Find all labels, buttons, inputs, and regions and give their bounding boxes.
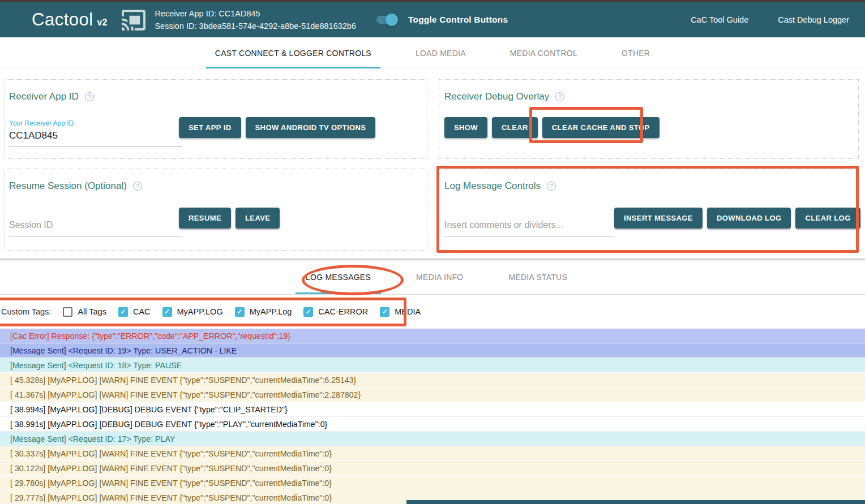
log-message-controls-panel: Log Message Controls INSERT MESSAGE DOWN… (439, 169, 859, 251)
help-icon[interactable] (85, 92, 94, 101)
help-icon[interactable] (133, 182, 142, 191)
chromecast-icon (121, 8, 147, 31)
leave-button[interactable]: LEAVE (235, 208, 280, 229)
clear-overlay-button[interactable]: CLEAR (492, 117, 538, 138)
custom-tags-label: Custom Tags: (1, 307, 51, 316)
tag-cac-error[interactable]: CAC-ERROR (303, 307, 368, 317)
log-message-list: [Cac Error] Response: {"type":"ERROR","c… (0, 329, 865, 504)
receiver-app-id-title: Receiver App ID (9, 91, 79, 102)
session-info: Receiver App ID: CC1AD845 Session ID: 3b… (155, 7, 356, 32)
log-row: [ 29.780s] [MyAPP.LOG] [WARN] FINE EVENT… (0, 476, 865, 490)
app-title: Cactool (32, 10, 93, 30)
resume-session-title: Resume Session (Optional) (9, 180, 127, 192)
session-id-input[interactable] (9, 217, 182, 236)
help-icon[interactable] (555, 92, 564, 101)
myapp-log-checkbox[interactable] (235, 307, 245, 317)
cactool-page: Cactool v2 Receiver App ID: CC1AD845 Ses… (0, 0, 865, 504)
tag-cac[interactable]: CAC (118, 307, 151, 317)
receiver-app-id-text: Receiver App ID: CC1AD845 (155, 7, 356, 20)
clear-cache-and-stop-button[interactable]: CLEAR CACHE AND STOP (542, 117, 660, 138)
main-tab-bar: CAST CONNECT & LOGGER CONTROLS LOAD MEDI… (0, 37, 865, 69)
tag-all-tags[interactable]: All Tags (63, 307, 106, 317)
custom-tags-bar: Custom Tags: All Tags CAC MyAPP.LOG MyAP… (0, 295, 865, 329)
receiver-debug-overlay-panel: Receiver Debug Overlay SHOW CLEAR CLEAR … (439, 79, 859, 159)
myapp-log-upper-checkbox[interactable] (162, 307, 172, 317)
session-id-text: Session ID: 3bdea581-574e-4292-a8be-51de… (155, 20, 356, 32)
insert-message-button[interactable]: INSERT MESSAGE (614, 208, 703, 229)
app-version: v2 (97, 18, 108, 28)
tab-cast-connect-logger-controls[interactable]: CAST CONNECT & LOGGER CONTROLS (206, 37, 380, 68)
tag-myapp-log-upper[interactable]: MyAPP.LOG (162, 307, 223, 317)
log-row: [ 30.337s] [MyAPP.LOG] [WARN] FINE EVENT… (0, 446, 865, 461)
receiver-app-id-input[interactable] (9, 127, 182, 147)
app-header: Cactool v2 Receiver App ID: CC1AD845 Ses… (0, 2, 865, 37)
media-checkbox[interactable] (380, 307, 389, 317)
control-buttons-toggle[interactable] (375, 13, 398, 27)
insert-comment-input[interactable] (444, 217, 614, 236)
show-overlay-button[interactable]: SHOW (444, 117, 487, 138)
tag-myapp-log[interactable]: MyAPP.Log (235, 307, 292, 317)
receiver-app-id-panel: Receiver App ID Your Receiver App ID SET… (5, 79, 427, 159)
cac-error-checkbox[interactable] (303, 307, 313, 317)
resume-button[interactable]: RESUME (179, 208, 231, 229)
log-row: [ 38.991s] [MyAPP.LOG] [DEBUG] DEBUG EVE… (0, 417, 865, 432)
log-row: [ 45.328s] [MyAPP.LOG] [WARN] FINE EVENT… (0, 373, 865, 387)
cac-checkbox[interactable] (118, 307, 128, 317)
log-message-controls-title: Log Message Controls (444, 180, 541, 192)
control-panels: Receiver App ID Your Receiver App ID SET… (0, 69, 865, 259)
receiver-debug-overlay-title: Receiver Debug Overlay (444, 91, 549, 102)
tab-log-messages[interactable]: LOG MESSAGES (296, 260, 381, 294)
tag-media[interactable]: MEDIA (380, 307, 421, 317)
download-log-button[interactable]: DOWNLOAD LOG (707, 208, 791, 229)
tab-media-control[interactable]: MEDIA CONTROL (501, 37, 586, 68)
show-android-tv-options-button[interactable]: SHOW ANDROID TV OPTIONS (246, 117, 376, 138)
app-logo: Cactool v2 (32, 10, 107, 30)
log-row: [ 30.122s] [MyAPP.LOG] [WARN] FINE EVENT… (0, 461, 865, 476)
cast-debug-logger-link[interactable]: Cast Debug Logger (778, 15, 849, 24)
tab-other[interactable]: OTHER (613, 37, 659, 68)
tab-load-media[interactable]: LOAD MEDIA (406, 37, 475, 68)
log-row: [Message Sent] <Request ID: 17> Type: PL… (0, 432, 865, 446)
toggle-knob (386, 14, 398, 26)
all-tags-checkbox[interactable] (63, 307, 72, 317)
log-row: [Message Sent] <Request ID: 18> Type: PA… (0, 358, 865, 373)
help-icon[interactable] (547, 182, 556, 191)
cac-tool-guide-link[interactable]: CaC Tool Guide (691, 15, 748, 24)
receiver-app-id-field-label: Your Receiver App ID (9, 119, 182, 127)
tab-media-info[interactable]: MEDIA INFO (406, 260, 473, 294)
log-row: [Message Sent] <Request ID: 19> Type: US… (0, 343, 865, 358)
tab-media-status[interactable]: MEDIA STATUS (498, 260, 577, 294)
clear-log-button[interactable]: CLEAR LOG (795, 208, 860, 229)
log-row: [ 41.367s] [MyAPP.LOG] [WARN] FINE EVENT… (0, 387, 865, 402)
resume-session-panel: Resume Session (Optional) RESUME LEAVE (5, 169, 427, 251)
log-tab-bar: LOG MESSAGES MEDIA INFO MEDIA STATUS (0, 260, 865, 295)
header-links: CaC Tool Guide Cast Debug Logger (691, 15, 849, 24)
set-app-id-button[interactable]: SET APP ID (179, 117, 241, 138)
bottom-bar (406, 500, 865, 504)
section-divider (0, 259, 865, 260)
log-row: [Cac Error] Response: {"type":"ERROR","c… (0, 329, 865, 343)
toggle-label: Toggle Control Buttons (408, 15, 508, 25)
log-row: [ 38.994s] [MyAPP.LOG] [DEBUG] DEBUG EVE… (0, 402, 865, 417)
